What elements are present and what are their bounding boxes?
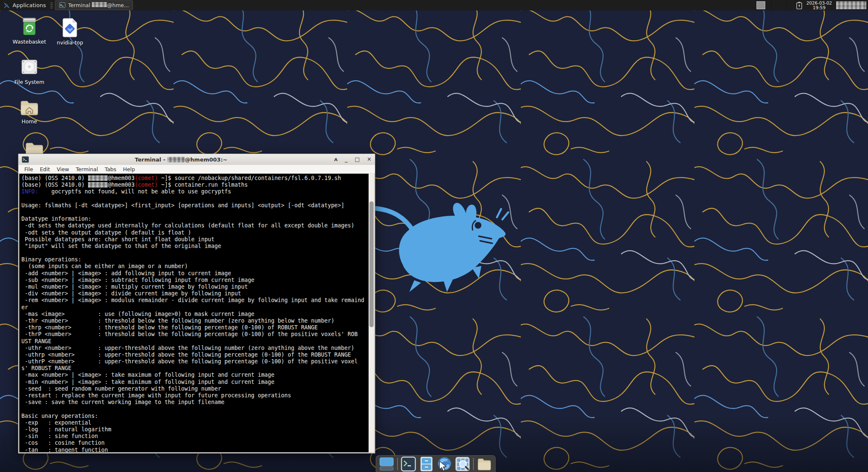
terminal-line: -mul <number> | <image> : multiply curre… xyxy=(21,284,369,290)
applications-menu-label: Applications xyxy=(13,2,46,8)
dock-separator xyxy=(397,458,398,470)
scrollbar-thumb[interactable] xyxy=(369,201,374,327)
folder-icon xyxy=(477,456,492,472)
top-panel: Applications Terminal @hme... 2026-03-02… xyxy=(0,0,868,10)
taskbar-window-title: Terminal @hme... xyxy=(68,2,129,8)
terminal-line: Usage: fslmaths [-dt <datatype>] <first_… xyxy=(21,202,369,209)
desktop-screen: Applications Terminal @hme... 2026-03-02… xyxy=(0,0,868,472)
desktop-icon-nvidia-top[interactable]: nvidia-top xyxy=(50,18,90,46)
mouse-eye xyxy=(475,222,481,229)
terminal-line: Possible datatypes are: char short int f… xyxy=(21,236,369,243)
terminal-line: -div <number> | <image> : divide current… xyxy=(21,290,369,297)
folder-launcher[interactable] xyxy=(477,456,492,472)
window-controls: ʌ _ □ ✕ xyxy=(334,154,372,165)
terminal-line: -sin : sine function xyxy=(21,433,369,440)
terminal-line: INFO: gocryptfs not found, will not be a… xyxy=(21,188,369,195)
show-desktop-icon xyxy=(379,456,394,472)
desktop-icon-label: File System xyxy=(14,79,44,85)
home-folder-icon xyxy=(19,98,39,117)
shade-button[interactable]: ʌ xyxy=(334,154,338,165)
terminal-title: Terminal - @hmem003:~ xyxy=(32,156,330,163)
terminal-line: -rem <number> | <image> : modulus remain… xyxy=(21,297,369,304)
menu-help[interactable]: Help xyxy=(120,166,138,172)
terminal-line: -save : save the current working image t… xyxy=(21,399,369,406)
terminal-line: -dt sets the datatype used internally fo… xyxy=(21,222,369,229)
terminal-icon xyxy=(401,456,416,472)
wastebasket-icon xyxy=(20,17,39,37)
terminal-line: -exp : exponential xyxy=(21,420,369,426)
terminal-line: Datatype information: xyxy=(21,216,369,222)
terminal-line: "input" will set the datatype to that of… xyxy=(21,243,369,250)
menu-edit[interactable]: Edit xyxy=(36,166,53,172)
terminal-line: -thr <number> : threshold below the foll… xyxy=(21,318,369,324)
terminal-line: -mas <image> : use (following image>0) t… xyxy=(21,311,369,318)
terminal-line xyxy=(21,406,369,412)
terminal-body[interactable]: (base) (OSS 2410.0) @hmem003(comet) ~]$ … xyxy=(18,174,375,453)
terminal-line: -sub <number> | <image> : subtract follo… xyxy=(21,277,369,284)
clock-time: 19:59 xyxy=(806,5,832,10)
terminal-line: -log : natural logarithm xyxy=(21,426,369,433)
terminal-line xyxy=(21,250,369,256)
terminal-window-icon xyxy=(22,156,29,163)
dock-separator xyxy=(473,458,474,470)
terminal-line: -uthrP <number> : upper-threshold above … xyxy=(21,358,369,365)
terminal-line: -restart : replace the current image wit… xyxy=(21,392,369,399)
terminal-window-icon xyxy=(59,2,65,8)
terminal-line: -tan : tangent function xyxy=(21,447,369,453)
workspace-switcher[interactable] xyxy=(756,1,765,9)
terminal-launcher[interactable] xyxy=(401,456,416,472)
terminal-line xyxy=(21,209,369,216)
redacted-username xyxy=(167,157,185,162)
terminal-scrollbar[interactable] xyxy=(369,174,374,452)
redacted-panel-user xyxy=(836,1,866,9)
terminal-line: -odt sets the output datatype ( default … xyxy=(21,229,369,236)
terminal-line: -thrP <number> : threshold below the fol… xyxy=(21,331,369,338)
show-desktop-button[interactable] xyxy=(379,456,394,472)
terminal-line xyxy=(21,196,369,202)
terminal-line: s' ROBUST RANGE xyxy=(21,365,369,372)
menu-terminal[interactable]: Terminal xyxy=(73,166,101,172)
dock xyxy=(376,455,496,472)
desktop-icon-wastebasket[interactable]: Wastebasket xyxy=(9,17,49,45)
mouse-hind-foot xyxy=(409,280,421,292)
mouse-tail xyxy=(371,208,413,231)
terminal-line: Basic unary operations: xyxy=(21,413,369,420)
menu-tabs[interactable]: Tabs xyxy=(101,166,120,172)
terminal-output[interactable]: (base) (OSS 2410.0) @hmem003(comet) ~]$ … xyxy=(19,174,369,452)
minimize-button[interactable]: _ xyxy=(345,154,348,165)
desktop-icon-home[interactable]: Home xyxy=(9,98,49,125)
menu-view[interactable]: View xyxy=(53,166,73,172)
panel-grip[interactable] xyxy=(50,3,53,8)
xfce-mouse-mascot xyxy=(369,196,514,294)
terminal-line: Binary operations: xyxy=(21,256,369,263)
panel-separator xyxy=(771,0,772,10)
menu-file[interactable]: File xyxy=(21,166,36,172)
applications-menu-icon xyxy=(3,2,10,9)
file-cabinet-icon xyxy=(419,456,434,472)
desktop-icon-label: nvidia-top xyxy=(57,39,83,46)
terminal-titlebar[interactable]: Terminal - @hmem003:~ ʌ _ □ ✕ xyxy=(18,154,375,165)
document-chart-icon xyxy=(61,18,79,38)
terminal-line: -min <number> | <image> : take minimum o… xyxy=(21,379,369,386)
taskbar-window-button[interactable]: Terminal @hme... xyxy=(55,0,133,10)
terminal-line: -thrp <number> : threshold below the fol… xyxy=(21,324,369,331)
clock-date: 2026-03-02 xyxy=(806,1,832,5)
terminal-line: UST RANGE xyxy=(21,338,369,345)
mouse-ear-accents xyxy=(497,209,508,219)
panel-separator xyxy=(787,0,787,10)
panel-clock[interactable]: 2026-03-02 19:59 xyxy=(806,1,832,10)
close-button[interactable]: ✕ xyxy=(367,154,372,165)
applications-menu-button[interactable]: Applications xyxy=(0,0,49,10)
battery-power-icon[interactable] xyxy=(796,2,802,9)
desktop-icon-file-system[interactable]: File System xyxy=(9,57,49,85)
terminal-line: -uthrp <number> : upper-threshold above … xyxy=(21,352,369,358)
panel-right-area: 2026-03-02 19:59 xyxy=(756,0,868,10)
application-finder-launcher[interactable] xyxy=(455,456,470,472)
terminal-line: -uthr <number> : upper-threshold above t… xyxy=(21,345,369,352)
maximize-button[interactable]: □ xyxy=(355,154,360,165)
terminal-window[interactable]: Terminal - @hmem003:~ ʌ _ □ ✕ File Edit … xyxy=(18,154,375,454)
application-finder-icon xyxy=(455,456,470,472)
terminal-line: (base) (OSS 2410.0) @hmem003(comet) ~]$ … xyxy=(21,182,369,188)
file-manager-launcher[interactable] xyxy=(419,456,434,472)
redacted-username xyxy=(92,2,107,7)
